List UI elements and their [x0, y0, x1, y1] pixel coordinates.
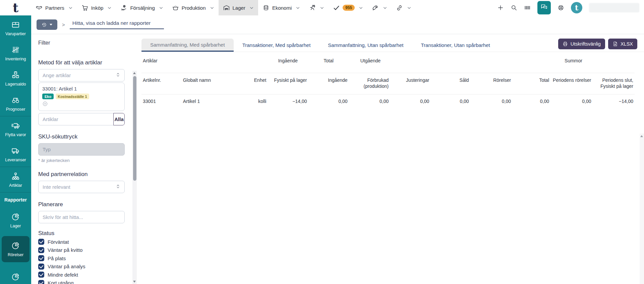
articles-input[interactable] [38, 113, 113, 125]
nav-item-integrations[interactable] [392, 0, 416, 15]
sidebar-item-flytta-varor[interactable]: Flytta varor [0, 116, 31, 141]
all-button[interactable]: Alla [113, 113, 125, 125]
status-option[interactable]: Förväntat [38, 239, 125, 245]
sidebar-item-varupartier[interactable]: Varupartier [0, 15, 31, 41]
chevron-down-icon[interactable] [359, 6, 363, 10]
history-button[interactable] [37, 19, 57, 30]
chevron-down-icon [50, 24, 52, 25]
checkbox-checked[interactable] [38, 247, 44, 253]
chevron-down-icon[interactable] [383, 6, 387, 10]
column-header[interactable]: Globalt namn [182, 73, 237, 94]
checkbox-checked[interactable] [38, 239, 44, 245]
xlsx-button[interactable]: XLSX [608, 39, 637, 49]
checkbox-checked[interactable] [38, 264, 44, 270]
cell-periodens-slut: −14,00 [592, 94, 635, 108]
column-header[interactable]: Ingående [308, 73, 349, 94]
help-icon[interactable] [558, 4, 564, 11]
nav-item-forsaljning[interactable]: Försäljning [116, 0, 167, 15]
chevron-down-icon[interactable] [407, 6, 411, 10]
sidebar-item-prognoser[interactable]: Prognoser [0, 91, 31, 116]
binoculars-icon [11, 96, 20, 105]
column-header[interactable]: Total [512, 73, 550, 94]
cell-artikelnr[interactable]: 33001 [141, 94, 182, 108]
excel-file-icon [612, 41, 618, 47]
chat-button[interactable] [537, 1, 551, 14]
table-column-header-row: Artikelnr. Globalt namn Enhet Fysiskt på… [141, 73, 635, 94]
add-icon[interactable] [497, 4, 504, 11]
status-option[interactable]: Kort utgång [38, 280, 125, 284]
selected-article-label: 33001: Artikel 1 [42, 86, 121, 92]
filter-scrollbar[interactable] [132, 71, 137, 284]
checkbox-checked[interactable] [38, 255, 44, 261]
truck-icon [11, 146, 20, 155]
chevron-down-icon[interactable] [210, 6, 214, 10]
nav-item-ekonomi[interactable]: Ekonomi [258, 0, 304, 15]
column-header[interactable]: Enhet [237, 73, 268, 94]
status-option[interactable]: På plats [38, 255, 125, 261]
status-option[interactable]: Mindre defekt [38, 272, 125, 278]
sidebar-item-rorelser-report[interactable]: Rörelser [2, 236, 30, 262]
search-icon[interactable] [511, 4, 517, 11]
column-header[interactable]: Periodens slut, Fysiskt på lager [592, 73, 635, 94]
navbar-tools: t [497, 1, 644, 14]
checkbox-checked[interactable] [38, 272, 44, 278]
method-select[interactable]: Ange artiklar [38, 69, 125, 81]
tab-sammanfattning-utan-sparbarhet[interactable]: Sammanfattning, Utan spårbarhet [319, 39, 412, 52]
table-row[interactable]: 33001 Artikel 1 kolli −14,00 0,00 0,00 0… [141, 94, 635, 108]
sidebar-item-artiklar[interactable]: Artiklar [0, 167, 31, 192]
column-header[interactable]: Periodens rörelser [550, 73, 592, 94]
sidebar-item-lager-report[interactable]: Lager [0, 207, 31, 233]
sidebar-item-leveranser[interactable]: Leveranser [0, 141, 31, 167]
report-area: Sammanfattning, Med spårbarhet Transakti… [137, 35, 644, 284]
nav-item-inkop[interactable]: Inköp [77, 0, 116, 15]
nav-item-launch[interactable] [367, 0, 392, 15]
group-header-total: Total [308, 53, 349, 73]
sidebar-item-lagersaldo[interactable]: Lagersaldo [0, 66, 31, 91]
chevron-down-icon[interactable] [68, 6, 73, 10]
status-option[interactable]: Väntar på kvitto [38, 247, 125, 253]
tab-sammanfattning-med-sparbarhet[interactable]: Sammanfattning, Med spårbarhet [141, 39, 234, 52]
column-header[interactable]: Rörelser [470, 73, 512, 94]
remove-article-icon[interactable] [42, 102, 48, 108]
handshake-icon [36, 4, 43, 11]
planner-input[interactable] [38, 211, 125, 223]
app-logo[interactable]: t [0, 1, 31, 14]
sidebar-item-inventering[interactable]: Inventering [0, 41, 31, 66]
chevron-down-icon[interactable] [249, 6, 254, 10]
printer-icon [563, 41, 568, 47]
chevron-down-icon[interactable] [320, 6, 324, 10]
chevron-down-icon[interactable] [159, 6, 163, 10]
scroll-up-icon[interactable] [133, 72, 136, 74]
partner-relation-label: Med partnerrelation [38, 171, 125, 178]
chevron-down-icon[interactable] [107, 6, 112, 10]
tab-transaktioner-utan-sparbarhet[interactable]: Transaktioner, Utan spårbarhet [412, 39, 499, 52]
nav-item-lager[interactable]: Lager [219, 0, 258, 15]
sidebar-item-partial[interactable] [0, 264, 31, 284]
table-scrollbar[interactable] [640, 133, 644, 284]
column-header[interactable]: Förbrukad (produktion) [349, 73, 390, 94]
nav-item-produktion[interactable]: Produktion [168, 0, 219, 15]
chat-icon [540, 3, 548, 12]
scrollbar-thumb[interactable] [133, 76, 136, 181]
column-header[interactable]: Såld [430, 73, 470, 94]
nav-item-partners[interactable]: Partners [31, 0, 77, 15]
cell-enhet: kolli [237, 94, 268, 108]
nav-item-activities[interactable] [304, 0, 329, 15]
checkbox-checked[interactable] [38, 280, 44, 284]
column-header[interactable]: Artikelnr. [141, 73, 182, 94]
scroll-down-icon[interactable] [133, 281, 136, 283]
avatar[interactable]: t [571, 2, 582, 13]
tab-transaktioner-med-sparbarhet[interactable]: Transaktioner, Med spårbarhet [234, 39, 319, 52]
print-friendly-button[interactable]: Utskriftsvänlig [558, 39, 605, 49]
barcode-icon[interactable] [524, 4, 531, 11]
column-header[interactable]: Justeringar [390, 73, 430, 94]
nav-item-label: Försäljning [130, 5, 155, 11]
page-title[interactable]: Hitta, visa och ladda ner rapporter [70, 20, 164, 29]
chevron-down-icon[interactable] [296, 6, 300, 10]
nav-item-tasks[interactable]: 955 [329, 0, 367, 15]
table-group-header-row: Artiklar Ingående Total Utgående Summor [141, 53, 635, 73]
scroll-up-icon[interactable] [640, 135, 643, 137]
partner-relation-select[interactable]: Inte relevant [38, 181, 125, 193]
column-header[interactable]: Fysiskt på lager [268, 73, 308, 94]
status-option[interactable]: Väntar på analys [38, 264, 125, 270]
